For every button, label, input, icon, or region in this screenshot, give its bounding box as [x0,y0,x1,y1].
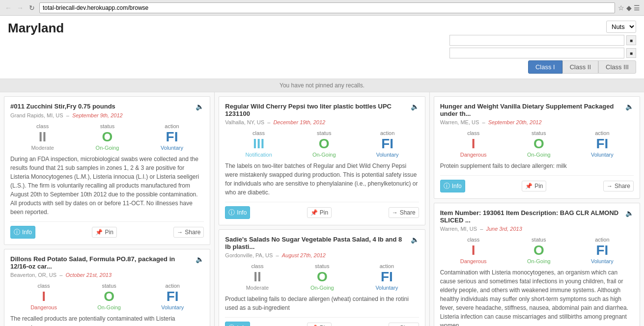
card-3-date: December 19th, 2012 [273,119,325,125]
card-5-share-button[interactable]: → Share [603,181,634,191]
card-3-pin-label: Pin [320,209,328,216]
extension-icon[interactable]: ◆ [626,4,632,12]
card-5-info-label: Info [452,183,462,190]
nuts-select[interactable]: Nuts [606,21,636,33]
card-5-action-label: action [595,130,609,136]
recall-card-5: Hunger and Weight Vanilla Dietary Supple… [434,96,640,199]
card-1-class-sub: Moderate [31,145,54,151]
share-icon-3: → [392,209,398,216]
info-icon-3: ⓘ [228,208,235,217]
card-3-speaker-icon[interactable]: 🔈 [411,103,419,110]
card-4-pin-button[interactable]: 📌 Pin [307,323,332,326]
card-5-class-label: class [467,130,479,136]
card-3-title: Regular Wild Cherry Pepsi two liter plas… [225,103,408,117]
grid-icon-1[interactable]: ■ [626,35,636,45]
card-3-share-button[interactable]: → Share [389,207,419,218]
card-2-speaker-icon[interactable]: 🔈 [196,255,204,263]
card-4-class-label: class [251,263,263,269]
card-1-actions: ⓘ Info 📌 Pin → Share [10,221,204,239]
recall-card-6: Item Number: 193061 Item Description: BA… [434,203,640,326]
card-3-stats: class III Notification status O On-Going… [225,130,419,158]
card-4-speaker-icon[interactable]: 🔈 [411,236,419,244]
forward-button[interactable]: → [16,3,25,12]
card-6-class-value: I [472,244,476,257]
card-4-status-sub: On-Going [310,285,334,291]
star-icon[interactable]: ☆ [618,4,624,12]
recall-card-1: #011 Zucchini Stir,Fry 0.75 pounds 🔈 Gra… [4,96,210,245]
search-input-2[interactable] [449,48,624,58]
card-6-class-sub: Dangerous [460,258,487,264]
card-4-share-button[interactable]: → Share [389,323,419,326]
card-5-speaker-icon[interactable]: 🔈 [625,103,634,110]
search-bar-row-1: ■ [449,35,636,46]
card-1-stats: class II Moderate status O On-Going acti… [10,123,204,151]
menu-icon[interactable]: ☰ [634,4,640,12]
refresh-button[interactable]: ↻ [28,3,36,12]
card-2-header: Dillons Red Potato Salad, Formula PO.87,… [10,255,204,270]
card-3-class-value: III [253,137,264,151]
card-2-action-sub: Voluntary [161,304,184,310]
pin-icon-5: 📌 [525,183,532,190]
card-3-description: The labels on two-liter batches of Regul… [225,162,419,197]
card-1-share-button[interactable]: → Share [173,227,204,238]
browser-icons: ☆ ◆ ☰ [618,4,640,12]
back-button[interactable]: ← [4,3,13,12]
card-5-class-stat: class I Dangerous [460,130,487,158]
card-4-stats: class II Moderate status O On-Going acti… [225,263,419,291]
card-5-info-button[interactable]: ⓘ Info [440,180,465,192]
card-2-status-stat: status O On-Going [97,283,121,310]
card-6-status-value: O [533,244,544,257]
class-I-button[interactable]: Class I [528,60,562,74]
class-II-button[interactable]: Class II [562,60,598,74]
pin-icon-3: 📌 [310,209,318,216]
card-2-class-sub: Dangerous [30,304,57,310]
card-3-info-button[interactable]: ⓘ Info [225,206,250,219]
top-right-controls: Nuts ■ ■ Class I Class II Class III [449,21,636,74]
card-1-status-label: status [100,123,114,129]
card-5-location: Warren, ME, US – September 20th, 2012 [440,119,634,125]
share-icon-5: → [607,183,613,190]
card-6-action-label: action [595,237,609,243]
card-2-status-sub: On-Going [97,304,121,310]
pinned-message: You have not pinned any recalls. [280,82,364,89]
card-4-status-stat: status O On-Going [310,263,334,291]
card-5-action-stat: action FI Voluntary [591,130,614,158]
card-4-class-sub: Moderate [246,285,269,291]
browser-bar: ← → ↻ ☆ ◆ ☰ [0,0,644,16]
card-3-status-label: status [317,130,331,136]
card-5-pin-label: Pin [534,183,543,190]
card-6-class-stat: class I Dangerous [460,237,487,264]
search-input-1[interactable] [449,35,624,46]
card-5-stats: class I Dangerous status O On-Going acti… [440,130,634,158]
card-1-info-button[interactable]: ⓘ Info [10,226,35,239]
info-icon: ⓘ [14,228,20,237]
card-5-pin-button[interactable]: 📌 Pin [522,181,546,191]
card-3-status-sub: On-Going [312,152,336,158]
class-buttons: Class I Class II Class III [528,60,636,74]
card-6-speaker-icon[interactable]: 🔈 [625,209,634,217]
card-2-title: Dillons Red Potato Salad, Formula PO.87,… [10,255,194,270]
column-2: Regular Wild Cherry Pepsi two liter plas… [215,92,429,326]
class-III-button[interactable]: Class III [598,60,636,74]
card-4-info-button[interactable]: ⓘ Info [225,322,250,326]
card-4-action-value: FI [381,270,393,284]
card-2-stats: class I Dangerous status O On-Going acti… [10,283,204,310]
card-6-status-stat: status O On-Going [527,237,551,264]
card-2-action-stat: action FI Voluntary [161,283,184,310]
grid-icon-2[interactable]: ■ [626,48,636,58]
card-3-status-stat: status O On-Going [312,130,336,158]
card-4-class-stat: class II Moderate [246,263,269,291]
card-2-date: October 21st, 2013 [66,272,112,278]
column-1: #011 Zucchini Stir,Fry 0.75 pounds 🔈 Gra… [0,92,215,326]
card-1-pin-button[interactable]: 📌 Pin [92,227,116,238]
card-4-action-sub: Voluntary [375,285,398,291]
card-5-status-label: status [532,130,546,136]
card-1-speaker-icon[interactable]: 🔈 [196,103,204,110]
card-6-stats: class I Dangerous status O On-Going acti… [440,237,634,264]
card-3-pin-button[interactable]: 📌 Pin [307,207,332,218]
info-icon-4: ⓘ [228,324,235,326]
card-4-title: Sadie's Salads No Sugar Vegetable Pasta … [225,236,408,250]
url-bar[interactable] [39,2,615,13]
card-5-action-value: FI [596,137,608,151]
card-6-date: June 3rd, 2013 [486,226,522,232]
